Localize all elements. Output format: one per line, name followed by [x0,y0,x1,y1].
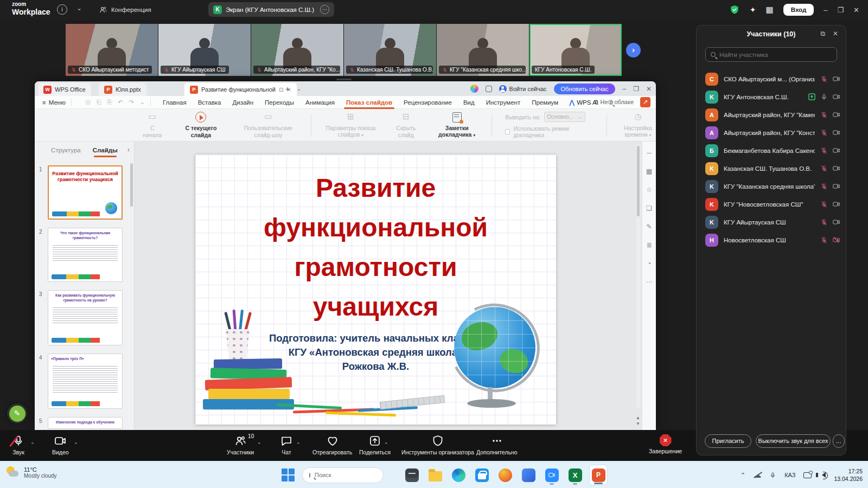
video-tile[interactable]: СКО Айыртауский методист [66,24,158,76]
close-button[interactable]: ✕ [853,6,859,14]
ribbon-tab-slideshow-active[interactable]: Показ слайдов [346,99,392,106]
video-button[interactable]: Видео ⌃ [52,434,69,455]
print-icon[interactable]: ⎗ [97,99,101,106]
rehearse-timing-button[interactable]: ◷ Настройка времени ▾ [620,112,656,138]
muted-mic-icon[interactable] [820,183,828,190]
ribbon-tab-animation[interactable]: Анимация [305,99,335,106]
presenter-mode-checkbox[interactable] [505,129,510,134]
participants-chevron-icon[interactable]: ⌃ [257,442,261,447]
tab-list-chevron-icon[interactable]: ⌄ [297,86,301,92]
rail-list-icon[interactable]: ≣ [646,241,652,249]
host-tools-button[interactable]: Инструменты организатора [401,434,474,455]
signin-button[interactable]: Вход [783,4,814,16]
camera-icon[interactable] [832,75,840,83]
chat-button[interactable]: Чат ⌃ [280,434,293,455]
undo-icon[interactable]: ↶ [118,99,123,106]
rail-edit-icon[interactable]: ✎ [646,223,652,230]
slide-thumbnail-3[interactable]: Как развивать функциональную грамотность… [48,290,123,345]
tab-meeting[interactable]: Конференция [99,3,151,16]
wps-home-tab[interactable]: W WPS Office [38,83,91,96]
ribbon-tab-premium[interactable]: Премиум [532,99,558,106]
ribbon-tab-review[interactable]: Рецензирование [404,99,452,106]
weather-widget[interactable]: 11°C Mostly cloudy [5,465,57,479]
close-panel-icon[interactable]: ✕ [833,30,838,37]
muted-mic-icon[interactable] [820,147,828,155]
security-shield-icon[interactable] [729,4,740,15]
camera-icon[interactable] [832,111,840,119]
video-options-chevron-icon[interactable]: ⌃ [74,442,78,447]
muted-mic-icon[interactable] [820,129,828,137]
volume-icon[interactable] [822,472,826,478]
taskbar-file-explorer[interactable] [426,465,444,485]
rail-comment-icon[interactable]: ⋯ [646,278,653,286]
taskbar-zoom[interactable] [542,465,561,485]
participant-row[interactable]: K Казанская СШ. Тушанова О.В. [697,159,846,177]
rail-layout-icon[interactable]: ▦ [646,168,652,175]
clock[interactable]: 17:25 13.04.2026 [834,467,863,483]
network-display-icon[interactable] [803,472,812,478]
restore-button[interactable]: ❐ [837,6,844,14]
camera-icon[interactable] [832,129,840,137]
next-videos-button[interactable]: › [626,43,641,57]
wps-doc-tab[interactable]: P Юля.pptx [99,83,146,96]
video-tile[interactable]: Айыртауский район, КГУ "Ко... [251,24,343,76]
panel-scrollbar[interactable] [130,163,133,207]
hidden-icons-chevron[interactable]: ⌃ [741,472,745,479]
minimize-button[interactable]: – [824,6,827,14]
cloud-status[interactable]: ↥ Не в облаке [593,99,634,106]
wps-close-button[interactable]: ✕ [646,85,652,93]
taskbar-search[interactable] [302,467,384,483]
participant-row[interactable]: A Айыртауский район, КГУ "Каменнобр... [697,106,846,124]
more-commands-chevron-icon[interactable]: ⌄ [140,99,145,106]
react-button[interactable]: Отреагировать [312,434,352,455]
start-button[interactable] [279,465,297,485]
muted-mic-icon[interactable] [820,111,828,119]
participant-row[interactable]: A Айыртауский район, КГУ "Константин... [697,124,846,142]
main-menu-button[interactable]: ≡ Меню [42,99,66,106]
wps-restore-button[interactable]: ❐ [633,85,639,93]
video-tile[interactable]: Казанская СШ. Тушанова О.В. [344,24,436,76]
participant-row[interactable]: K КГУ "Новосветловская СШ" [697,195,846,213]
popout-icon[interactable]: ⧉ [820,30,825,37]
tab-slides[interactable]: Слайды [93,147,118,153]
presenter-notes-button[interactable]: Заметки докладчика ▾ [435,112,478,138]
search-input[interactable] [719,52,832,58]
participant-row[interactable]: Б Бекмаганбетова Кабира Сакеновна [697,142,846,159]
rail-help-icon[interactable]: ◔ [647,260,651,267]
chat-chevron-icon[interactable]: ⌃ [296,442,301,447]
print-preview-icon[interactable]: ⎘ [107,99,112,106]
slideshow-from-start-button[interactable]: ▭ С начала [141,112,163,138]
slide-thumbnail-2[interactable]: Что такое функциональная грамотность? [48,228,123,282]
camera-off-icon[interactable] [832,236,840,244]
mute-all-button[interactable]: Выключить звук для всех [756,434,831,448]
taskbar-wps-active[interactable]: P [589,465,608,485]
tray-mic-icon[interactable] [769,472,776,479]
ribbon-tab-transitions[interactable]: Переходы [265,99,294,106]
slide-thumbnail-4[interactable]: «Правило трёх П» [48,354,123,409]
ribbon-tab-insert[interactable]: Вставка [198,99,221,106]
audio-button[interactable]: Звук ⌃ [12,434,25,455]
camera-icon[interactable] [832,146,840,155]
muted-mic-icon[interactable] [820,236,828,244]
custom-slideshow-button[interactable]: ▭ Пользовательские слайд-шоу [238,112,298,138]
participant-row[interactable]: K КГУ Айыртауская СШ [697,213,846,231]
slide-nav-arrows[interactable]: ▲▼ [635,415,641,427]
participants-button[interactable]: 10 Участники ⌃ [227,434,254,455]
ribbon-tab-view[interactable]: Вид [463,99,475,106]
hide-slide-button[interactable]: ⊟ Скрыть слайд [390,112,422,138]
camera-icon[interactable] [832,164,840,172]
onedrive-paused-icon[interactable]: ☁ [754,471,761,479]
taskbar-browser-orange[interactable] [496,465,514,485]
redo-icon[interactable]: ↷ [129,99,133,106]
apps-grid-icon[interactable]: ▦ [766,5,774,15]
taskbar-app-dark[interactable] [403,465,421,485]
new-tab-button[interactable]: + [285,85,290,93]
taskbar-excel[interactable]: X [566,465,584,485]
video-tile[interactable]: КГУ "Казанская средняя шко... [437,24,529,76]
muted-mic-icon[interactable] [820,75,828,83]
ribbon-tab-design[interactable]: Дизайн [232,99,253,106]
taskbar-search-input[interactable] [315,472,392,478]
rail-pages-icon[interactable]: ❏ [646,204,652,212]
rail-collapse-icon[interactable]: ─ [647,149,652,157]
annotate-button[interactable]: ✎ [7,403,27,423]
